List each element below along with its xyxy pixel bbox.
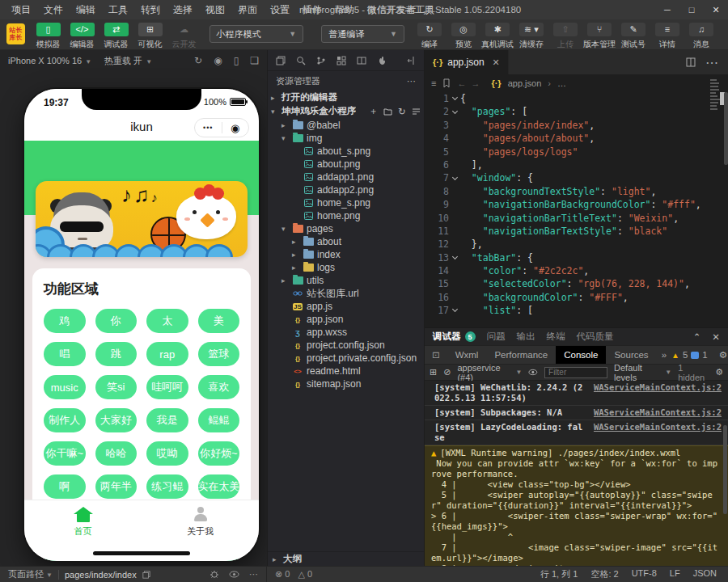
editor-scrollbar[interactable] — [724, 92, 728, 165]
feature-button-练习鲲[interactable]: 练习鲲 — [146, 474, 188, 499]
feature-button-哈哈[interactable]: 哈哈 — [95, 441, 138, 466]
toolbar-button-清缓存[interactable]: ≋ ▾清缓存 — [514, 23, 548, 50]
tree-item-addapp1.png[interactable]: addapp1.png — [268, 171, 424, 183]
menu-选择[interactable]: 选择 — [167, 3, 199, 17]
close-button[interactable]: ✕ — [704, 0, 728, 19]
menu-项目[interactable]: 项目 — [5, 3, 37, 17]
toolbar-button-编辑器[interactable]: </>编辑器 — [66, 23, 99, 50]
feature-button-太[interactable]: 太 — [146, 309, 188, 333]
tree-item-about_s.png[interactable]: about_s.png — [268, 145, 424, 158]
devtools-tab-Performance[interactable]: Performance — [486, 346, 556, 364]
tree-item-@babel[interactable]: ▸@babel — [268, 119, 424, 132]
extensions-icon[interactable] — [336, 56, 346, 65]
minimize-button[interactable]: ─ — [655, 0, 679, 19]
compile-select[interactable]: 普通编译▼ — [321, 25, 404, 43]
device-frame-icon[interactable]: ▯ — [234, 55, 239, 66]
editor-more-icon[interactable]: ⋯ — [705, 55, 718, 70]
status-item[interactable]: LF — [670, 568, 680, 580]
detach-window-icon[interactable]: ❏ — [250, 55, 259, 66]
toolbar-button-测试号[interactable]: ✎测试号 — [616, 23, 650, 50]
toolbar-button-模拟器[interactable]: ▯模拟器 — [32, 23, 66, 50]
explorer-more-icon[interactable]: ⋯ — [407, 76, 416, 86]
files-icon[interactable] — [276, 56, 286, 65]
copy-path-icon[interactable] — [142, 571, 150, 579]
toolbar-button-调试器[interactable]: ⇄调试器 — [99, 23, 133, 50]
inspect-element-icon[interactable]: ⊡ — [425, 349, 447, 361]
record-icon[interactable]: ◉ — [214, 55, 222, 66]
menu-编辑[interactable]: 编辑 — [70, 3, 102, 17]
toolbar-button-预览[interactable]: ◎预览 — [447, 23, 480, 50]
open-editors-section[interactable]: ▸打开的编辑器 — [268, 91, 424, 104]
console-source-link[interactable]: WAServiceMainContext.js:2 — [594, 422, 722, 443]
tree-item-project.config.json[interactable]: {}project.config.json — [268, 339, 424, 352]
log-levels-select[interactable]: Default levels▼ — [614, 363, 671, 382]
tree-item-about.png[interactable]: about.png — [268, 158, 424, 171]
collapse-all-icon[interactable] — [412, 108, 421, 116]
tree-item-readme.html[interactable]: <>readme.html — [268, 365, 424, 377]
warning-count-status[interactable]: △ 0 — [298, 569, 312, 580]
feature-button-美[interactable]: 美 — [198, 309, 240, 333]
minimap[interactable] — [710, 78, 722, 288]
error-count[interactable]: ⊗ 0 — [275, 569, 290, 580]
menu-界面[interactable]: 界面 — [231, 3, 264, 17]
tree-item-logs[interactable]: ▸logs — [268, 261, 424, 274]
panel-close-icon[interactable]: ✕ — [712, 331, 720, 343]
tree-item-home.png[interactable]: home.png — [268, 209, 424, 222]
page-path-label[interactable]: 页面路径 ▼ — [8, 568, 53, 580]
tree-item-app.js[interactable]: JSapp.js — [268, 300, 424, 313]
tree-item-utils[interactable]: ▸utils — [268, 274, 424, 287]
close-tab-icon[interactable]: ✕ — [493, 57, 500, 68]
split-editor-icon[interactable] — [686, 57, 696, 67]
new-file-icon[interactable]: ＋ — [369, 105, 379, 117]
feature-button-我是[interactable]: 我是 — [146, 408, 188, 432]
collapse-sidebar-icon[interactable] — [406, 56, 416, 65]
bug-icon[interactable] — [210, 570, 219, 579]
top-frame-icon[interactable]: ⊞ — [430, 367, 437, 377]
feature-button-你[interactable]: 你 — [95, 309, 138, 333]
toolbar-button-消息[interactable]: ♫消息 — [684, 23, 718, 50]
feature-button-笑si[interactable]: 笑si — [95, 375, 138, 399]
source-control-icon[interactable] — [316, 56, 326, 65]
menu-设置[interactable]: 设置 — [264, 3, 296, 17]
project-section[interactable]: ▾坤坤鸡乐盒小程序 ＋ ↻ — [268, 104, 424, 118]
menu-工具[interactable]: 工具 — [102, 3, 134, 17]
toolbar-button-详情[interactable]: ≡详情 — [650, 23, 684, 50]
feature-button-唱[interactable]: 唱 — [44, 342, 86, 366]
swiper-banner-image[interactable]: ♪♫♪ — [36, 181, 248, 257]
console-settings-icon[interactable]: ⚙ — [715, 367, 723, 377]
devtools-tab-Console[interactable]: Console — [556, 346, 606, 364]
tree-item-pages[interactable]: ▾pages — [268, 222, 424, 235]
panel-tab-输出[interactable]: 输出 — [517, 331, 535, 343]
feature-button-鲲鲲[interactable]: 鲲鲲 — [198, 408, 240, 432]
maximize-button[interactable]: □ — [679, 0, 704, 19]
feature-button-哎呦[interactable]: 哎呦 — [146, 441, 188, 466]
search-icon[interactable] — [296, 56, 306, 65]
refresh-explorer-icon[interactable]: ↻ — [398, 106, 406, 117]
feature-button-啊[interactable]: 啊 — [44, 474, 86, 499]
warning-count-icon[interactable]: ▲ — [671, 351, 679, 360]
toolbar-button-真机调试[interactable]: ✱真机调试 — [480, 23, 514, 50]
tree-item-about[interactable]: ▸about — [268, 235, 424, 248]
toolbar-button-编译[interactable]: ↻编译 — [413, 23, 447, 50]
console-source-link[interactable]: WAServiceMainContext.js:2 — [594, 407, 722, 418]
outline-section[interactable]: ▸大纲 — [268, 551, 424, 566]
info-count-icon[interactable] — [691, 352, 699, 359]
feature-button-实在太美[interactable]: 实在太美 — [198, 474, 240, 499]
feature-button-大家好[interactable]: 大家好 — [95, 408, 138, 432]
status-item[interactable]: 空格: 2 — [590, 568, 618, 580]
tree-item-app.wxss[interactable]: ʒapp.wxss — [268, 326, 424, 339]
hand-gesture-icon[interactable] — [377, 56, 387, 65]
feature-button-制作人[interactable]: 制作人 — [44, 408, 86, 432]
panel-tab-终端[interactable]: 终端 — [547, 331, 565, 343]
panel-tab-问题[interactable]: 问题 — [487, 331, 506, 343]
editor-layout-icon[interactable] — [357, 56, 366, 65]
tab-app-json[interactable]: {·} app.json ✕ — [425, 50, 509, 74]
menu-转到[interactable]: 转到 — [134, 3, 167, 17]
more-tabs-icon[interactable]: » — [657, 350, 671, 360]
outline-icon[interactable]: ≡ — [431, 78, 436, 88]
code-area[interactable]: 1{2 "pages": [3 "pages/index/index",4 "p… — [425, 92, 728, 318]
fold-chevron-icon[interactable] — [451, 254, 457, 259]
fold-chevron-icon[interactable] — [451, 95, 457, 100]
feature-button-你干嘛~[interactable]: 你干嘛~ — [44, 441, 86, 466]
mode-select[interactable]: 小程序模式▼ — [210, 25, 304, 43]
